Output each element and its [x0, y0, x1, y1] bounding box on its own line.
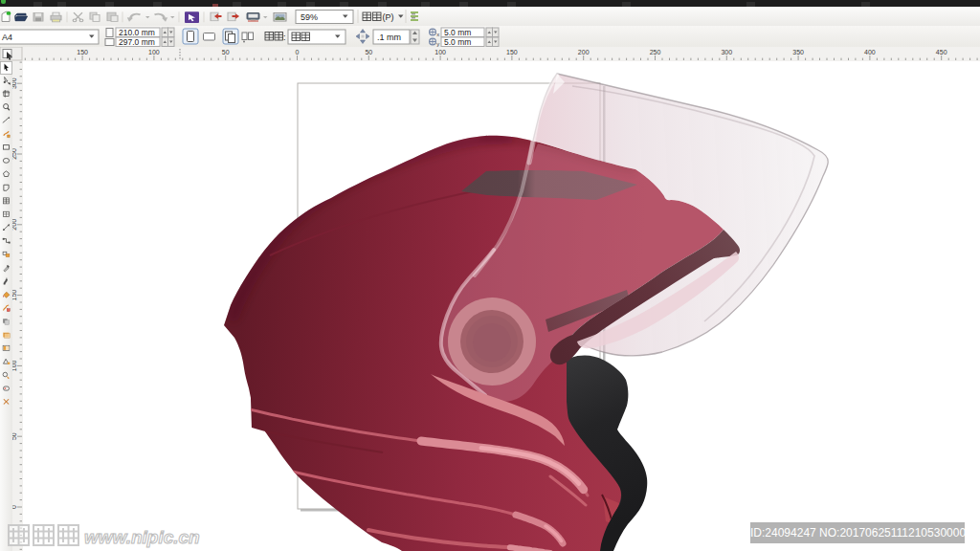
svg-text:5.0 mm: 5.0 mm	[444, 28, 471, 37]
svg-text:.1 mm: .1 mm	[377, 33, 401, 42]
svg-text:50: 50	[12, 432, 17, 440]
svg-text:5.0 mm: 5.0 mm	[444, 37, 471, 47]
svg-text::: :	[283, 33, 286, 42]
svg-text:(P): (P)	[383, 12, 394, 22]
svg-text:300: 300	[12, 77, 17, 89]
svg-text:200: 200	[12, 219, 17, 231]
svg-text:150: 150	[77, 49, 88, 55]
svg-text:100: 100	[12, 360, 17, 371]
svg-text:150: 150	[12, 290, 17, 301]
svg-text:400: 400	[864, 49, 876, 55]
svg-text:250: 250	[650, 49, 661, 55]
svg-text:200: 200	[578, 49, 590, 55]
svg-text:100: 100	[148, 49, 160, 55]
svg-text:150: 150	[506, 49, 518, 55]
svg-text:250: 250	[12, 148, 17, 160]
svg-text:50: 50	[365, 49, 372, 55]
svg-text:y: y	[436, 41, 439, 47]
svg-text:210.0 mm: 210.0 mm	[119, 28, 155, 37]
svg-text:297.0 mm: 297.0 mm	[119, 37, 155, 47]
svg-text:350: 350	[792, 49, 804, 55]
svg-text:0: 0	[296, 49, 300, 55]
svg-text:x: x	[436, 32, 439, 37]
svg-text:50: 50	[222, 49, 230, 55]
svg-text:www.nipic.cn: www.nipic.cn	[84, 527, 200, 547]
svg-text:A4: A4	[2, 33, 12, 42]
svg-text:59%: 59%	[301, 12, 318, 22]
svg-text:0: 0	[12, 505, 17, 509]
svg-text:450: 450	[936, 49, 947, 55]
svg-text:300: 300	[721, 49, 732, 55]
svg-text:100: 100	[434, 49, 446, 55]
